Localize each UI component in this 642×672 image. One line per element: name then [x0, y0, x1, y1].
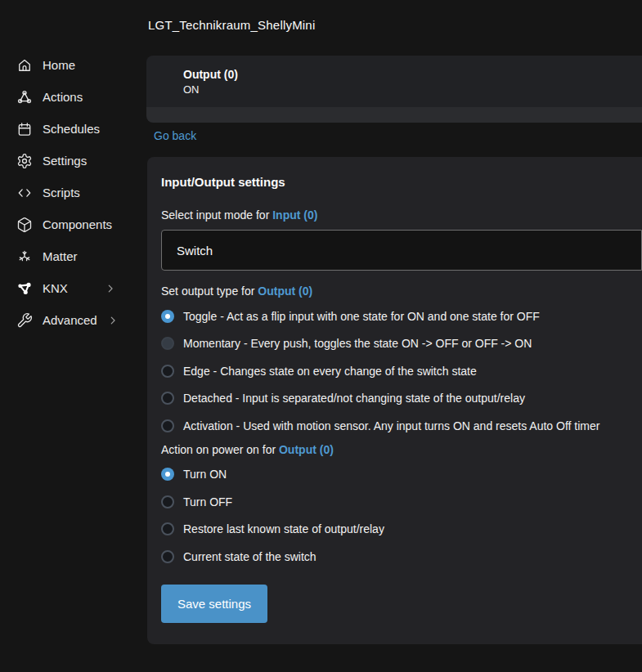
- settings-icon: [16, 153, 33, 169]
- go-back-link[interactable]: Go back: [154, 129, 196, 142]
- radio-option-turn-on[interactable]: Turn ON: [161, 461, 642, 489]
- sidebar-item-actions[interactable]: Actions: [0, 81, 147, 113]
- input-mode-selected-value: Switch: [177, 244, 213, 258]
- radio-label: Toggle - Act as a flip input with one st…: [183, 310, 540, 323]
- radio-button[interactable]: [161, 495, 174, 508]
- schedules-icon: [16, 121, 33, 137]
- shelly-device-page: LGT_Technikraum_ShellyMini Home Actions: [0, 0, 642, 672]
- output-type-label: Set output type for Output (0): [161, 284, 642, 298]
- chevron-right-icon: [107, 315, 119, 326]
- radio-button[interactable]: [161, 550, 174, 563]
- radio-button[interactable]: [161, 392, 174, 405]
- radio-label: Turn ON: [183, 468, 227, 481]
- sidebar-item-knx[interactable]: KNX: [0, 272, 147, 304]
- panel-heading: Input/Output settings: [161, 175, 642, 189]
- radio-label: Restore last known state of output/relay: [183, 522, 384, 535]
- sidebar-item-label: KNX: [43, 281, 68, 295]
- output-target-link[interactable]: Output (0): [258, 284, 312, 298]
- sidebar-item-label: Schedules: [43, 122, 100, 136]
- power-on-action-label: Action on power on for Output (0): [161, 443, 642, 456]
- sidebar-item-schedules[interactable]: Schedules: [0, 113, 147, 145]
- sidebar: Home Actions Schedules Settings: [0, 49, 147, 336]
- sidebar-item-matter[interactable]: Matter: [0, 240, 147, 272]
- actions-icon: [16, 89, 33, 105]
- radio-option-momentary[interactable]: Momentary - Every push, toggles the stat…: [161, 330, 642, 358]
- output-card-footer: [146, 107, 642, 123]
- components-icon: [16, 217, 33, 233]
- scripts-icon: [16, 185, 33, 201]
- sidebar-item-label: Components: [43, 217, 112, 231]
- sidebar-item-label: Matter: [43, 249, 78, 263]
- radio-option-turn-off[interactable]: Turn OFF: [161, 488, 642, 516]
- radio-button[interactable]: [161, 419, 174, 432]
- radio-button[interactable]: [161, 337, 174, 350]
- sidebar-item-components[interactable]: Components: [0, 208, 147, 240]
- sidebar-item-label: Advanced: [43, 313, 97, 327]
- radio-option-detached[interactable]: Detached - Input is separated/not changi…: [161, 385, 642, 413]
- radio-option-restore-last[interactable]: Restore last known state of output/relay: [161, 516, 642, 544]
- radio-label: Activation - Used with motion sensor. An…: [183, 419, 599, 432]
- sidebar-item-advanced[interactable]: Advanced: [0, 304, 147, 336]
- input-mode-select[interactable]: Switch: [161, 230, 642, 271]
- radio-label: Detached - Input is separated/not changi…: [183, 392, 525, 405]
- sidebar-item-label: Settings: [43, 154, 87, 168]
- chevron-right-icon: [105, 283, 116, 294]
- radio-label: Current state of the switch: [183, 550, 317, 563]
- sidebar-item-home[interactable]: Home: [0, 49, 147, 81]
- radio-button[interactable]: [161, 522, 174, 535]
- matter-icon: [16, 249, 33, 265]
- input-output-settings-panel: Input/Output settings Select input mode …: [147, 157, 642, 644]
- sidebar-item-label: Actions: [43, 90, 83, 104]
- radio-option-activation[interactable]: Activation - Used with motion sensor. An…: [161, 412, 642, 440]
- output-card-state: ON: [183, 83, 642, 96]
- output-component-card[interactable]: Output (0) ON: [146, 56, 642, 123]
- knx-icon: [16, 280, 33, 297]
- sidebar-item-scripts[interactable]: Scripts: [0, 177, 147, 208]
- sidebar-item-settings[interactable]: Settings: [0, 145, 147, 177]
- radio-button[interactable]: [161, 365, 174, 378]
- output-card-body: Output (0) ON: [146, 56, 642, 107]
- page-title: LGT_Technikraum_ShellyMini: [148, 18, 315, 32]
- home-icon: [16, 57, 33, 74]
- sidebar-item-label: Home: [43, 58, 75, 72]
- radio-option-edge[interactable]: Edge - Changes state on every change of …: [161, 357, 642, 385]
- input-target-link[interactable]: Input (0): [272, 208, 317, 222]
- radio-label: Turn OFF: [183, 495, 232, 508]
- radio-option-toggle[interactable]: Toggle - Act as a flip input with one st…: [161, 302, 642, 330]
- output-card-title: Output (0): [183, 68, 642, 81]
- radio-label: Momentary - Every push, toggles the stat…: [183, 337, 532, 350]
- radio-option-current-state[interactable]: Current state of the switch: [161, 543, 642, 571]
- radio-button-checked[interactable]: [161, 310, 174, 323]
- radio-label: Edge - Changes state on every change of …: [183, 365, 477, 378]
- sidebar-item-label: Scripts: [43, 186, 80, 199]
- input-mode-label: Select input mode for Input (0): [161, 208, 642, 222]
- save-settings-button[interactable]: Save settings: [161, 585, 267, 623]
- advanced-icon: [16, 312, 33, 329]
- output-target-link[interactable]: Output (0): [279, 443, 334, 456]
- radio-button-checked[interactable]: [161, 468, 174, 481]
